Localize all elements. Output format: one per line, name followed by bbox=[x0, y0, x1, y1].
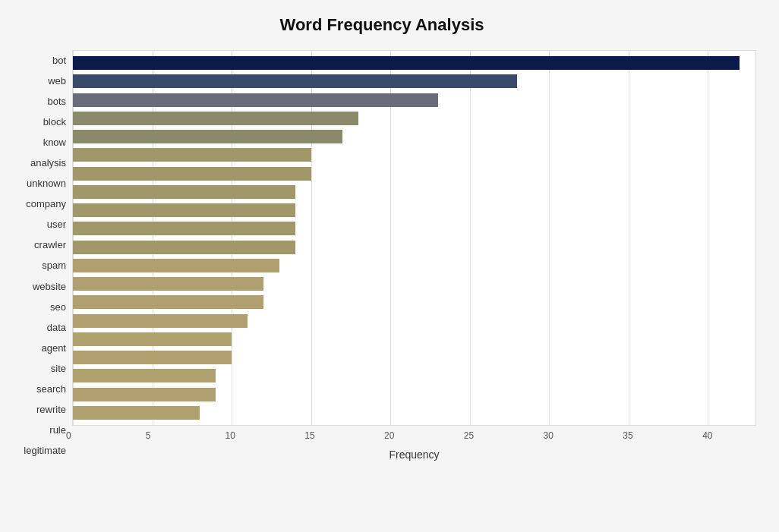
y-label: site bbox=[51, 364, 66, 373]
x-tick: 5 bbox=[146, 430, 151, 441]
y-label: bots bbox=[47, 96, 66, 106]
bar bbox=[73, 277, 263, 291]
y-label: know bbox=[43, 137, 66, 147]
x-tick: 0 bbox=[66, 430, 71, 441]
y-label: agent bbox=[41, 343, 66, 353]
bar-row bbox=[73, 238, 755, 257]
bar bbox=[73, 295, 263, 309]
bar-row bbox=[73, 293, 755, 311]
y-label: crawler bbox=[34, 240, 66, 250]
y-label: web bbox=[48, 76, 66, 86]
bar-row bbox=[73, 404, 755, 422]
x-tick: 20 bbox=[384, 430, 394, 441]
chart-title: Word Frequency Analysis bbox=[8, 15, 756, 35]
bar bbox=[73, 332, 232, 346]
bar-row bbox=[73, 386, 755, 404]
bar bbox=[73, 351, 232, 364]
y-label: spam bbox=[42, 260, 66, 270]
bar-row bbox=[73, 201, 755, 219]
bar-row bbox=[73, 348, 755, 367]
y-label: legitimate bbox=[24, 445, 66, 455]
y-label: search bbox=[36, 384, 66, 394]
bar bbox=[73, 185, 295, 199]
y-label: website bbox=[33, 282, 66, 291]
bar-row bbox=[73, 165, 755, 183]
x-axis: 0510152025303540 bbox=[72, 430, 756, 445]
bar bbox=[73, 241, 295, 254]
bar bbox=[73, 388, 216, 401]
bar bbox=[73, 203, 295, 217]
bar-row bbox=[73, 127, 755, 146]
bar-row bbox=[73, 219, 755, 238]
x-tick: 30 bbox=[544, 430, 554, 441]
bar bbox=[73, 314, 248, 328]
bars-area bbox=[72, 50, 756, 426]
bar-row bbox=[73, 312, 755, 330]
y-label: data bbox=[47, 323, 66, 332]
bar bbox=[73, 259, 279, 272]
bar bbox=[73, 222, 295, 235]
bar bbox=[73, 406, 200, 420]
y-label: rewrite bbox=[36, 405, 66, 414]
x-tick: 40 bbox=[702, 430, 712, 441]
y-label: analysis bbox=[30, 158, 66, 168]
bar-row bbox=[73, 330, 755, 348]
y-label: seo bbox=[50, 302, 66, 312]
bar-row bbox=[73, 257, 755, 275]
bar bbox=[73, 74, 517, 88]
bar bbox=[73, 112, 358, 125]
y-label: user bbox=[47, 219, 66, 229]
bar-row bbox=[73, 54, 755, 72]
bar-row bbox=[73, 367, 755, 385]
bar-row bbox=[73, 72, 755, 90]
x-tick: 15 bbox=[304, 430, 314, 441]
bar-row bbox=[73, 91, 755, 109]
bar-row bbox=[73, 109, 755, 127]
y-label: unknown bbox=[27, 178, 66, 188]
chart-area: botwebbotsblockknowanalysisunknowncompan… bbox=[8, 50, 756, 461]
y-label: rule bbox=[49, 425, 66, 435]
bar bbox=[73, 93, 438, 107]
x-tick: 35 bbox=[623, 430, 632, 441]
x-axis-label: Frequency bbox=[72, 449, 756, 461]
y-label: block bbox=[43, 117, 66, 127]
y-axis: botwebbotsblockknowanalysisunknowncompan… bbox=[8, 50, 72, 461]
bar-row bbox=[73, 146, 755, 164]
bar bbox=[73, 148, 311, 162]
y-label: company bbox=[26, 199, 66, 209]
bar bbox=[73, 130, 342, 143]
bar bbox=[73, 369, 216, 382]
y-label: bot bbox=[52, 55, 66, 65]
x-tick: 10 bbox=[226, 430, 235, 441]
x-tick: 25 bbox=[464, 430, 474, 441]
chart-container: Word Frequency Analysis botwebbotsblockk… bbox=[0, 0, 779, 532]
bar bbox=[73, 56, 740, 70]
bar-row bbox=[73, 275, 755, 293]
bar-row bbox=[73, 183, 755, 201]
bar bbox=[73, 167, 311, 181]
bars-and-xaxis: 0510152025303540 Frequency bbox=[72, 50, 756, 461]
